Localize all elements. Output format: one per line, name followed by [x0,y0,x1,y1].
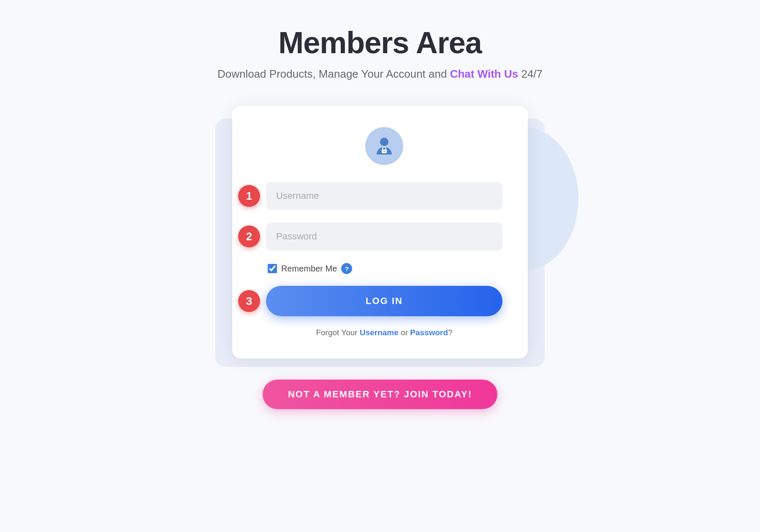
login-row: 3 LOG IN [266,286,502,316]
page-title: Members Area [278,25,482,60]
login-button[interactable]: LOG IN [266,286,502,316]
help-icon[interactable]: ? [341,263,352,274]
chat-link[interactable]: Chat With Us [450,68,518,80]
username-row: 1 [266,182,502,210]
card-wrapper: 1 2 Remember Me ? 3 LOG IN [232,106,528,358]
subtitle: Download Products, Manage Your Account a… [217,68,543,81]
step-2-badge: 2 [238,225,260,247]
remember-me-label: Remember Me [281,264,337,274]
forgot-text: Forgot Your Username or Password? [266,328,502,337]
forgot-password-link[interactable]: Password [410,328,448,337]
step-1-badge: 1 [238,185,260,207]
remember-row: Remember Me ? [266,263,502,274]
avatar [365,127,403,165]
avatar-container [266,127,502,165]
svg-point-0 [380,138,388,146]
login-card: 1 2 Remember Me ? 3 LOG IN [232,106,528,358]
username-input[interactable] [266,182,502,210]
forgot-username-link[interactable]: Username [360,328,399,337]
password-row: 2 [266,223,502,250]
svg-point-2 [384,151,385,152]
join-button[interactable]: NOT A MEMBER YET? JOIN TODAY! [263,380,497,409]
password-input[interactable] [266,223,502,250]
remember-me-checkbox[interactable] [268,264,277,273]
step-3-badge: 3 [238,290,260,312]
user-lock-icon [373,135,395,157]
